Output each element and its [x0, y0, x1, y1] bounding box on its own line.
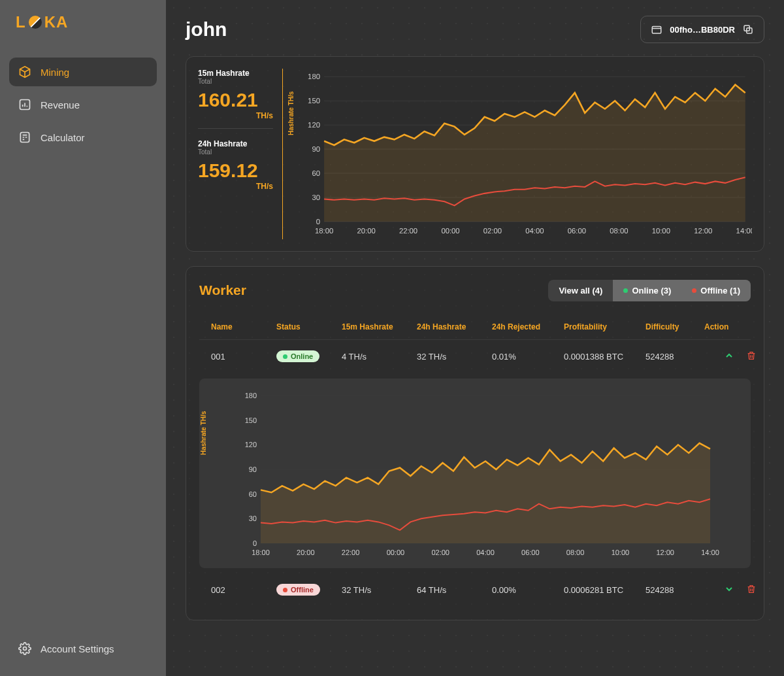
- header: john 00fho…BB80DR: [186, 16, 764, 43]
- svg-text:0: 0: [253, 539, 257, 547]
- nav-item-settings[interactable]: Account Settings: [9, 634, 157, 663]
- wallet-box[interactable]: 00fho…BB80DR: [640, 16, 764, 43]
- nav-item-calculator[interactable]: Calculator: [9, 123, 157, 152]
- svg-text:90: 90: [312, 145, 320, 153]
- table-row: 001 Online 4 TH/s 32 TH/s 0.01% 0.000138…: [199, 340, 751, 373]
- svg-text:10:00: 10:00: [652, 227, 670, 235]
- cell-profit: 0.0006281 BTC: [564, 585, 645, 595]
- cell-24h: 64 TH/s: [417, 585, 492, 595]
- filter-offline[interactable]: Offline (1): [681, 280, 751, 301]
- col-name: Name: [211, 322, 276, 331]
- cell-action: [704, 584, 757, 596]
- worker-detail-chart: Hashrate TH/s 030609012015018018:0020:00…: [199, 379, 751, 568]
- svg-text:120: 120: [245, 441, 257, 448]
- svg-text:06:00: 06:00: [568, 227, 586, 235]
- hashrate-15m-unit: TH/s: [198, 111, 273, 120]
- svg-text:02:00: 02:00: [431, 549, 449, 556]
- trash-icon[interactable]: [746, 584, 757, 596]
- svg-text:20:00: 20:00: [297, 549, 315, 556]
- svg-text:14:00: 14:00: [736, 227, 752, 235]
- chart-svg: 030609012015018018:0020:0022:0000:0002:0…: [296, 69, 752, 239]
- svg-text:18:00: 18:00: [252, 549, 270, 556]
- col-diff: Difficulty: [645, 322, 704, 331]
- status-badge: Offline: [276, 584, 320, 596]
- cell-15m: 4 TH/s: [342, 352, 417, 362]
- wallet-id: 00fho…BB80DR: [670, 25, 735, 35]
- svg-text:60: 60: [249, 490, 257, 498]
- hashrate-24h-label: 24h Hashrate: [198, 139, 273, 148]
- hashrate-24h-block: 24h Hashrate Total 159.12 TH/s: [198, 139, 273, 199]
- main-content: john 00fho…BB80DR 15m Hashrate Total 160…: [166, 0, 784, 676]
- cell-diff: 524288: [645, 352, 704, 362]
- cell-15m: 32 TH/s: [342, 585, 417, 595]
- svg-text:10:00: 10:00: [612, 549, 630, 556]
- svg-text:30: 30: [312, 194, 320, 201]
- svg-text:150: 150: [308, 97, 320, 105]
- chevron-up-icon[interactable]: [724, 350, 734, 363]
- cell-profit: 0.0001388 BTC: [564, 352, 645, 362]
- logo-icon: [29, 16, 42, 29]
- nav-item-revenue[interactable]: Revenue: [9, 90, 157, 119]
- svg-text:00:00: 00:00: [441, 227, 459, 235]
- filter-online[interactable]: Online (3): [613, 280, 681, 301]
- svg-text:0: 0: [316, 218, 320, 226]
- dot-green-icon: [283, 354, 287, 359]
- cell-rejected: 0.00%: [492, 585, 564, 595]
- svg-text:12:00: 12:00: [656, 549, 674, 556]
- calc-icon: [18, 131, 31, 144]
- dot-red-icon: [283, 588, 287, 592]
- table-row: 002 Offline 32 TH/s 64 TH/s 0.00% 0.0006…: [199, 573, 751, 607]
- cell-status: Online: [276, 350, 342, 362]
- dot-red-icon: [692, 288, 696, 293]
- svg-text:04:00: 04:00: [525, 227, 544, 235]
- col-status: Status: [276, 322, 342, 331]
- svg-text:22:00: 22:00: [342, 549, 360, 556]
- svg-text:150: 150: [245, 416, 257, 424]
- svg-text:14:00: 14:00: [701, 549, 719, 556]
- col-rejected: 24h Rejected: [492, 322, 564, 331]
- nav-label: Calculator: [41, 132, 85, 143]
- nav-label: Mining: [41, 67, 69, 78]
- hashrate-15m-sub: Total: [198, 78, 273, 85]
- nav-item-mining[interactable]: Mining: [9, 58, 157, 86]
- chart-svg: 030609012015018018:0020:0022:0000:0002:0…: [212, 389, 738, 559]
- filter-online-label: Online (3): [632, 286, 671, 296]
- svg-text:22:00: 22:00: [399, 227, 417, 235]
- col-24h: 24h Hashrate: [417, 322, 492, 331]
- copy-icon[interactable]: [742, 23, 755, 36]
- svg-text:180: 180: [308, 73, 320, 80]
- hashrate-15m-value: 160.21: [198, 89, 273, 111]
- svg-text:60: 60: [312, 169, 320, 177]
- svg-text:120: 120: [308, 121, 320, 129]
- svg-text:20:00: 20:00: [357, 227, 375, 235]
- cell-action: [704, 350, 757, 363]
- svg-text:12:00: 12:00: [694, 227, 712, 235]
- svg-text:02:00: 02:00: [483, 227, 502, 235]
- trash-icon[interactable]: [746, 350, 757, 363]
- hashrate-15m-block: 15m Hashrate Total 160.21 TH/s: [198, 69, 273, 129]
- table-head: Name Status 15m Hashrate 24h Hashrate 24…: [199, 314, 751, 340]
- main-chart: Hashrate TH/s 030609012015018018:0020:00…: [296, 69, 752, 239]
- filter-offline-label: Offline (1): [700, 286, 740, 296]
- y-axis-label: Hashrate TH/s: [287, 92, 295, 135]
- cell-diff: 524288: [645, 585, 704, 595]
- bar-chart-icon: [18, 98, 31, 111]
- hashrate-panel: 15m Hashrate Total 160.21 TH/s 24h Hashr…: [186, 56, 764, 252]
- svg-text:00:00: 00:00: [387, 549, 405, 556]
- y-axis-label: Hashrate TH/s: [200, 411, 207, 454]
- wallet-icon: [650, 23, 663, 36]
- svg-rect-3: [653, 27, 662, 34]
- dot-green-icon: [623, 288, 628, 293]
- worker-panel: Worker View all (4) Online (3) Offline (…: [186, 266, 764, 620]
- col-profit: Profitability: [564, 322, 645, 331]
- col-action: Action: [704, 322, 757, 331]
- cube-icon: [18, 65, 31, 78]
- svg-point-2: [24, 647, 27, 651]
- cell-name: 002: [211, 585, 276, 595]
- sidebar: L KA Mining Revenue Calculator Account: [0, 0, 166, 676]
- filter-all[interactable]: View all (4): [548, 280, 613, 301]
- col-15m: 15m Hashrate: [342, 322, 417, 331]
- cell-24h: 32 TH/s: [417, 352, 492, 362]
- chevron-down-icon[interactable]: [724, 584, 734, 596]
- worker-title: Worker: [199, 282, 246, 298]
